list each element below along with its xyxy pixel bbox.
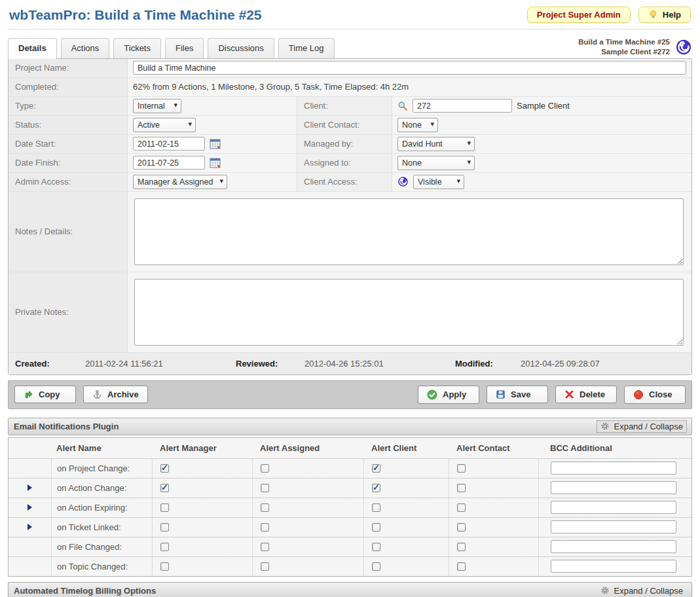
email-plugin-expand-collapse[interactable]: Expand / Collapse	[597, 421, 686, 432]
tab-tickets[interactable]: Tickets	[113, 38, 161, 58]
alert-row-name: on Action Expiring:	[51, 498, 152, 517]
assigned-to-label: Assigned to:	[297, 154, 392, 172]
tab-details[interactable]: Details	[8, 38, 57, 59]
alert-contact-checkbox[interactable]	[457, 484, 466, 492]
table-row: on Action Change:	[9, 478, 691, 497]
bcc-additional-input[interactable]	[551, 501, 676, 514]
assigned-to-select[interactable]: None	[397, 156, 475, 170]
project-super-admin-button[interactable]: Project Super Admin	[527, 7, 631, 23]
completed-label: Completed:	[9, 78, 128, 96]
date-finish-input[interactable]	[133, 156, 205, 170]
copy-button[interactable]: Copy	[14, 386, 76, 403]
notes-textarea[interactable]	[134, 198, 684, 265]
client-id-input[interactable]	[413, 99, 512, 113]
admin-access-select[interactable]: Manager & Assigned	[133, 175, 227, 189]
alert-manager-checkbox[interactable]	[160, 523, 169, 532]
client-access-select[interactable]: Visible	[413, 175, 464, 189]
expand-row-arrow-icon[interactable]	[28, 524, 32, 530]
copy-label: Copy	[39, 389, 60, 399]
alert-client-checkbox[interactable]	[372, 523, 380, 532]
delete-x-icon	[564, 389, 574, 399]
reviewed-value: 2012-04-26 15:25:01	[304, 359, 455, 369]
datefinish-assignedto-row: Date Finish: Assigned to: None	[9, 154, 691, 173]
alert-contact-checkbox[interactable]	[457, 503, 466, 512]
bcc-additional-input[interactable]	[551, 481, 676, 494]
bcc-additional-input[interactable]	[551, 540, 676, 553]
close-button[interactable]: Close	[624, 386, 686, 404]
tab-files[interactable]: Files	[165, 38, 204, 58]
col-alert-contact: Alert Contact	[449, 438, 538, 458]
alert-client-checkbox[interactable]	[372, 484, 380, 492]
table-row: on Ticket Linked:	[9, 517, 691, 537]
help-button[interactable]: Help	[638, 7, 691, 23]
admin-access-label: Admin Access:	[9, 173, 128, 191]
apply-button[interactable]: Apply	[418, 386, 479, 404]
page-title: wbTeamPro: Build a Time Machine #25	[9, 7, 262, 23]
tab-time-log[interactable]: Time Log	[278, 38, 335, 58]
save-button[interactable]: Save	[487, 386, 548, 403]
client-contact-select[interactable]: None	[397, 118, 438, 132]
search-icon[interactable]	[397, 101, 408, 111]
alerts-body: on Project Change: on Action Change: on …	[9, 458, 691, 576]
date-start-input[interactable]	[133, 137, 205, 151]
expand-collapse-label: Expand / Collapse	[614, 586, 683, 596]
alert-assigned-checkbox[interactable]	[261, 464, 269, 473]
alert-manager-checkbox[interactable]	[160, 464, 169, 473]
apply-check-icon	[427, 389, 437, 400]
tab-actions[interactable]: Actions	[61, 38, 110, 58]
project-details-panel: Project Name: Completed: 62% from 9 Acti…	[8, 58, 692, 375]
calendar-icon[interactable]	[210, 138, 221, 149]
save-floppy-icon	[496, 389, 506, 399]
close-label: Close	[649, 389, 672, 399]
expand-collapse-label: Expand / Collapse	[614, 422, 683, 431]
alert-assigned-checkbox[interactable]	[261, 562, 269, 571]
alert-client-checkbox[interactable]	[372, 503, 380, 512]
expand-row-arrow-icon[interactable]	[28, 484, 32, 491]
gear-icon	[600, 422, 610, 431]
completed-value: 62% from 9 Actions, 1 Milestone, 3 Group…	[128, 78, 691, 96]
delete-button[interactable]: Delete	[555, 386, 617, 403]
bcc-additional-input[interactable]	[551, 461, 676, 475]
close-circle-icon	[633, 389, 644, 400]
alert-assigned-checkbox[interactable]	[261, 503, 269, 512]
alert-contact-checkbox[interactable]	[457, 543, 466, 551]
status-label: Status:	[9, 116, 128, 134]
col-alert-client: Alert Client	[363, 438, 449, 458]
archive-button[interactable]: Archive	[83, 386, 148, 403]
page: wbTeamPro: Build a Time Machine #25 Proj…	[0, 0, 700, 597]
calendar-icon[interactable]	[210, 157, 221, 168]
alert-client-checkbox[interactable]	[372, 464, 380, 473]
swirl-logo-icon	[675, 39, 692, 56]
bcc-additional-input[interactable]	[551, 520, 676, 534]
alert-contact-checkbox[interactable]	[457, 464, 466, 473]
alert-manager-checkbox[interactable]	[160, 503, 169, 512]
admin-access-select-wrap: Manager & Assigned	[133, 175, 227, 189]
alert-assigned-checkbox[interactable]	[261, 543, 269, 551]
status-select[interactable]: Active	[133, 118, 196, 132]
datestart-managedby-row: Date Start: Managed by: David Hunt	[9, 135, 691, 154]
alert-assigned-checkbox[interactable]	[261, 523, 269, 532]
billing-options-expand-collapse[interactable]: Expand / Collapse	[597, 585, 686, 596]
alert-manager-checkbox[interactable]	[160, 543, 169, 551]
status-contact-row: Status: Active Client Contact: None	[9, 116, 691, 135]
bcc-additional-input[interactable]	[551, 560, 676, 573]
alert-contact-checkbox[interactable]	[457, 562, 466, 571]
assigned-to-select-wrap: None	[397, 156, 475, 170]
tab-discussions[interactable]: Discussions	[208, 38, 274, 58]
anchor-icon	[92, 389, 102, 399]
alerts-header-row: Alert Name Alert Manager Alert Assigned …	[9, 438, 691, 458]
alert-row-name: on File Changed:	[51, 537, 152, 556]
type-select[interactable]: Internal	[133, 99, 181, 113]
alert-contact-checkbox[interactable]	[457, 523, 466, 532]
private-notes-textarea[interactable]	[134, 279, 684, 346]
alert-manager-checkbox[interactable]	[160, 562, 169, 571]
alert-client-checkbox[interactable]	[372, 543, 380, 551]
alert-assigned-checkbox[interactable]	[261, 484, 269, 492]
managed-by-select[interactable]: David Hunt	[397, 137, 475, 151]
alert-row-name: on Project Change:	[51, 459, 152, 478]
alert-manager-checkbox[interactable]	[160, 484, 169, 492]
private-notes-row: Private Notes:	[9, 272, 691, 353]
project-name-input[interactable]	[133, 61, 686, 75]
alert-client-checkbox[interactable]	[372, 562, 380, 571]
expand-row-arrow-icon[interactable]	[28, 504, 32, 511]
